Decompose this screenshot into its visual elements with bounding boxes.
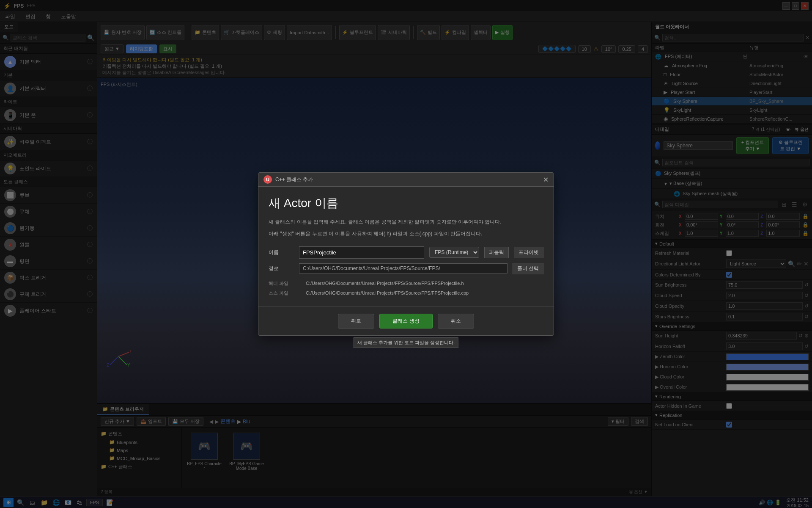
class-module-select[interactable]: FPS (Runtime)	[429, 247, 479, 258]
header-file-label: 헤더 파일	[269, 280, 302, 287]
cancel-button[interactable]: 취소	[438, 314, 474, 329]
modal-desc2: 아래 "생성" 버튼을 누르면 이 이름을 사용하여 헤더(.h) 파일과 소스…	[269, 230, 543, 238]
create-class-button[interactable]: 클래스 생성	[379, 314, 432, 329]
public-button[interactable]: 퍼블릭	[484, 247, 509, 258]
path-input[interactable]	[299, 263, 508, 273]
modal-title-text: C++ 클래스 추가	[275, 176, 543, 183]
private-button[interactable]: 프라이빗	[514, 247, 543, 258]
modal-desc1: 새 클래스의 이름을 입력해 주세요. 클래스 이름은 공백을 제외한 알파벳과…	[269, 218, 543, 226]
back-button[interactable]: 뒤로	[338, 314, 374, 329]
modal-body: 새 Actor 이름 새 클래스의 이름을 입력해 주세요. 클래스 이름은 공…	[258, 187, 554, 306]
modal-main-title: 새 Actor 이름	[269, 195, 543, 211]
folder-select-button[interactable]: 폴더 선택	[513, 263, 543, 274]
source-file-label: 소스 파일	[269, 290, 302, 296]
path-row: 경로 폴더 선택	[269, 263, 543, 274]
modal-buttons: 뒤로 클래스 생성 취소 새 클래스 추가를 위한 코드 파일을 생성합니다.	[258, 306, 554, 335]
modal-close-button[interactable]: ✕	[543, 176, 549, 184]
path-label: 경로	[269, 265, 294, 272]
modal-titlebar: U C++ 클래스 추가 ✕	[258, 173, 554, 187]
modal-dialog: U C++ 클래스 추가 ✕ 새 Actor 이름 새 클래스의 이름을 입력해…	[258, 172, 554, 335]
header-file-path: C:/Users/OHG/Documents/Unreal Projects/F…	[306, 281, 464, 286]
header-file-row: 헤더 파일 C:/Users/OHG/Documents/Unreal Proj…	[269, 279, 543, 288]
name-row: 이름 FPS (Runtime) 퍼블릭 프라이빗	[269, 246, 543, 259]
name-label: 이름	[269, 249, 294, 256]
modal-overlay[interactable]: U C++ 클래스 추가 ✕ 새 Actor 이름 새 클래스의 이름을 입력해…	[0, 0, 812, 508]
ue-logo: U	[263, 175, 272, 184]
source-file-row: 소스 파일 C:/Users/OHG/Documents/Unreal Proj…	[269, 288, 543, 298]
class-name-input[interactable]	[299, 246, 424, 259]
create-tooltip: 새 클래스 추가를 위한 코드 파일을 생성합니다.	[354, 337, 458, 348]
source-file-path: C:/Users/OHG/Documents/Unreal Projects/F…	[306, 290, 469, 295]
